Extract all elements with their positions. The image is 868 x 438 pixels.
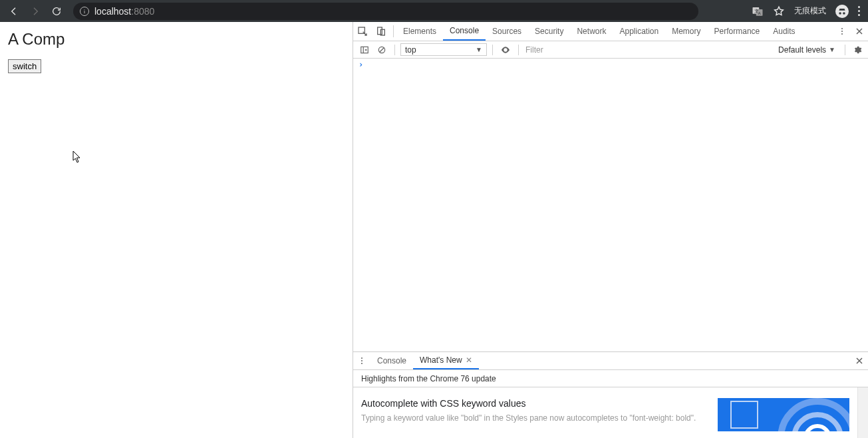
cursor-icon bbox=[72, 150, 82, 164]
console-output[interactable]: › bbox=[353, 59, 868, 351]
chevron-right-icon: › bbox=[359, 60, 363, 69]
separator bbox=[393, 25, 394, 37]
scrollbar[interactable] bbox=[857, 387, 868, 438]
whatsnew-body: Typing a keyword value like "bold" in th… bbox=[361, 413, 707, 423]
svg-text:A: A bbox=[758, 11, 761, 15]
console-settings-icon[interactable] bbox=[851, 45, 864, 55]
tab-security[interactable]: Security bbox=[528, 22, 570, 41]
console-prompt[interactable]: › bbox=[353, 59, 868, 71]
console-toolbar: top ▼ Default levels ▼ bbox=[353, 41, 868, 59]
tab-memory[interactable]: Memory bbox=[665, 22, 707, 41]
nav-icon-group bbox=[4, 2, 67, 21]
tab-sources[interactable]: Sources bbox=[486, 22, 528, 41]
whatsnew-title: Autocomplete with CSS keyword values bbox=[361, 398, 707, 409]
drawer-tab-whatsnew[interactable]: What's New ✕ bbox=[413, 352, 479, 369]
console-sidebar-toggle-icon[interactable] bbox=[357, 43, 372, 57]
devtools-close-icon[interactable] bbox=[851, 27, 868, 35]
separator bbox=[845, 45, 845, 55]
tab-network[interactable]: Network bbox=[570, 22, 613, 41]
devtools-menu-icon[interactable] bbox=[833, 28, 851, 35]
drawer-tab-label: What's New bbox=[420, 355, 462, 365]
svg-rect-5 bbox=[378, 27, 382, 35]
url-host: localhost bbox=[94, 6, 131, 17]
context-value: top bbox=[405, 45, 416, 55]
close-icon[interactable]: ✕ bbox=[466, 355, 472, 365]
forward-button[interactable] bbox=[25, 2, 45, 21]
browser-toolbar: i localhost:8080 文A 无痕模式 bbox=[0, 0, 868, 22]
svg-point-9 bbox=[505, 49, 507, 51]
device-toggle-icon[interactable] bbox=[372, 22, 390, 41]
levels-value: Default levels bbox=[778, 45, 826, 55]
tab-elements[interactable]: Elements bbox=[396, 22, 443, 41]
drawer-tab-console[interactable]: Console bbox=[370, 352, 413, 369]
drawer-tab-bar: Console What's New ✕ bbox=[353, 352, 868, 370]
tab-audits[interactable]: Audits bbox=[766, 22, 801, 41]
browser-menu-button[interactable] bbox=[858, 6, 860, 16]
separator bbox=[518, 45, 519, 55]
execution-context-select[interactable]: top ▼ bbox=[400, 43, 487, 56]
address-bar[interactable]: i localhost:8080 bbox=[73, 3, 698, 20]
devtools-panel: Elements Console Sources Security Networ… bbox=[353, 22, 868, 438]
back-button[interactable] bbox=[4, 2, 24, 21]
translate-icon[interactable]: 文A bbox=[752, 5, 764, 17]
devtools-drawer: Console What's New ✕ Highlights from the… bbox=[353, 351, 868, 438]
url-port: :8080 bbox=[131, 6, 154, 17]
promo-image bbox=[718, 398, 849, 431]
switch-button[interactable]: switch bbox=[8, 59, 41, 73]
workspace: A Comp switch Elements Console Sources S… bbox=[0, 22, 868, 438]
reload-button[interactable] bbox=[47, 2, 67, 21]
bookmark-star-icon[interactable] bbox=[773, 5, 785, 17]
separator bbox=[492, 45, 493, 55]
clear-console-icon[interactable] bbox=[374, 43, 389, 57]
site-info-icon[interactable]: i bbox=[80, 7, 89, 16]
drawer-subhead: Highlights from the Chrome 76 update bbox=[353, 370, 868, 387]
log-levels-select[interactable]: Default levels ▼ bbox=[778, 45, 835, 55]
chrome-right-group: 文A 无痕模式 bbox=[752, 5, 864, 18]
console-filter-input[interactable] bbox=[524, 44, 631, 56]
live-expression-icon[interactable] bbox=[498, 43, 513, 57]
incognito-icon[interactable] bbox=[835, 5, 849, 18]
tab-application[interactable]: Application bbox=[613, 22, 665, 41]
drawer-close-icon[interactable] bbox=[851, 352, 868, 369]
drawer-content: Autocomplete with CSS keyword values Typ… bbox=[353, 387, 857, 438]
devtools-tab-bar: Elements Console Sources Security Networ… bbox=[353, 22, 868, 41]
chevron-down-icon: ▼ bbox=[476, 46, 482, 53]
inspect-element-icon[interactable] bbox=[353, 22, 372, 41]
page-content: A Comp switch bbox=[0, 22, 353, 438]
drawer-menu-icon[interactable] bbox=[353, 352, 370, 369]
separator bbox=[394, 45, 395, 55]
chevron-down-icon: ▼ bbox=[829, 46, 835, 53]
page-title: A Comp bbox=[8, 30, 345, 49]
incognito-label: 无痕模式 bbox=[794, 5, 826, 17]
tab-console[interactable]: Console bbox=[443, 22, 486, 41]
tab-performance[interactable]: Performance bbox=[708, 22, 767, 41]
